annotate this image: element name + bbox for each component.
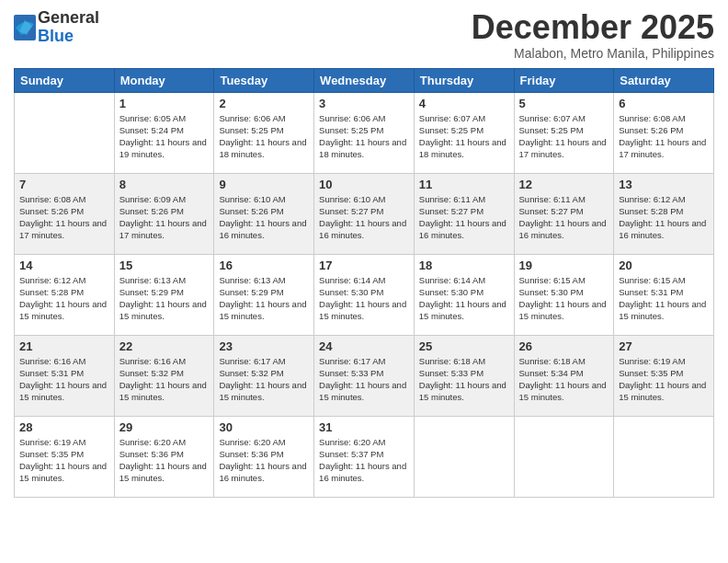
header-wednesday: Wednesday [314,68,415,92]
day-number: 26 [519,339,609,353]
sunrise: Sunrise: 6:15 AM [619,275,685,285]
logo: General Blue [14,9,99,46]
table-row: 16 Sunrise: 6:13 AM Sunset: 5:29 PM Dayl… [214,254,314,335]
day-number: 13 [619,178,709,191]
daylight: Daylight: 11 hours and 15 minutes. [119,380,207,402]
sunrise: Sunrise: 6:09 AM [119,194,186,204]
sunrise: Sunrise: 6:18 AM [519,356,586,366]
sunrise: Sunrise: 6:12 AM [619,194,685,204]
table-row: 9 Sunrise: 6:10 AM Sunset: 5:26 PM Dayli… [214,173,314,254]
day-number: 3 [319,97,409,110]
sunset: Sunset: 5:27 PM [319,206,383,216]
sunset: Sunset: 5:31 PM [619,287,683,297]
table-row: 12 Sunrise: 6:11 AM Sunset: 5:27 PM Dayl… [514,173,614,254]
table-row: 29 Sunrise: 6:20 AM Sunset: 5:36 PM Dayl… [114,416,214,497]
daylight: Daylight: 11 hours and 15 minutes. [619,380,706,402]
sunrise: Sunrise: 6:14 AM [419,275,485,285]
daylight: Daylight: 11 hours and 15 minutes. [419,380,506,402]
table-row: 22 Sunrise: 6:16 AM Sunset: 5:32 PM Dayl… [114,335,214,416]
daylight: Daylight: 11 hours and 15 minutes. [519,380,607,402]
sunrise: Sunrise: 6:06 AM [319,113,385,123]
logo-text: General Blue [38,9,99,46]
calendar-row: 14 Sunrise: 6:12 AM Sunset: 5:28 PM Dayl… [15,254,714,335]
sun-info: Sunrise: 6:12 AM Sunset: 5:28 PM Dayligh… [19,274,109,323]
daylight: Daylight: 11 hours and 18 minutes. [319,137,406,159]
table-row: 27 Sunrise: 6:19 AM Sunset: 5:35 PM Dayl… [614,335,714,416]
sunrise: Sunrise: 6:10 AM [319,194,385,204]
sunrise: Sunrise: 6:11 AM [419,194,485,204]
table-row: 4 Sunrise: 6:07 AM Sunset: 5:25 PM Dayli… [414,92,514,173]
table-row: 17 Sunrise: 6:14 AM Sunset: 5:30 PM Dayl… [314,254,415,335]
header-thursday: Thursday [414,68,514,92]
day-number: 21 [19,339,109,353]
day-number: 12 [519,178,609,191]
daylight: Daylight: 11 hours and 15 minutes. [519,299,607,321]
table-row: 2 Sunrise: 6:06 AM Sunset: 5:25 PM Dayli… [214,92,314,173]
sun-info: Sunrise: 6:17 AM Sunset: 5:32 PM Dayligh… [219,355,309,404]
sun-info: Sunrise: 6:06 AM Sunset: 5:25 PM Dayligh… [319,112,409,161]
sun-info: Sunrise: 6:20 AM Sunset: 5:37 PM Dayligh… [319,436,409,485]
calendar-row: 1 Sunrise: 6:05 AM Sunset: 5:24 PM Dayli… [15,92,714,173]
sun-info: Sunrise: 6:13 AM Sunset: 5:29 PM Dayligh… [119,274,210,323]
table-row: 31 Sunrise: 6:20 AM Sunset: 5:37 PM Dayl… [314,416,415,497]
sun-info: Sunrise: 6:09 AM Sunset: 5:26 PM Dayligh… [119,193,210,242]
sun-info: Sunrise: 6:14 AM Sunset: 5:30 PM Dayligh… [419,274,509,323]
sun-info: Sunrise: 6:16 AM Sunset: 5:32 PM Dayligh… [119,355,210,404]
sunset: Sunset: 5:26 PM [19,206,84,216]
sunrise: Sunrise: 6:12 AM [19,275,85,285]
daylight: Daylight: 11 hours and 16 minutes. [219,461,306,483]
calendar-row: 28 Sunrise: 6:19 AM Sunset: 5:35 PM Dayl… [15,416,714,497]
daylight: Daylight: 11 hours and 16 minutes. [219,218,306,240]
logo-general: General [38,9,99,28]
daylight: Daylight: 11 hours and 16 minutes. [319,461,406,483]
day-number: 1 [119,97,210,110]
sunrise: Sunrise: 6:13 AM [219,275,285,285]
sunrise: Sunrise: 6:18 AM [419,356,485,366]
sunset: Sunset: 5:31 PM [19,368,84,378]
table-row: 5 Sunrise: 6:07 AM Sunset: 5:25 PM Dayli… [514,92,614,173]
sun-info: Sunrise: 6:08 AM Sunset: 5:26 PM Dayligh… [19,193,109,242]
daylight: Daylight: 11 hours and 15 minutes. [119,461,207,483]
sunrise: Sunrise: 6:15 AM [519,275,586,285]
sunrise: Sunrise: 6:08 AM [19,194,85,204]
sunset: Sunset: 5:30 PM [519,287,584,297]
day-number: 16 [219,259,309,272]
daylight: Daylight: 11 hours and 16 minutes. [319,218,406,240]
table-row: 15 Sunrise: 6:13 AM Sunset: 5:29 PM Dayl… [114,254,214,335]
calendar-table: Sunday Monday Tuesday Wednesday Thursday… [14,68,714,498]
day-number: 7 [19,178,109,191]
daylight: Daylight: 11 hours and 16 minutes. [619,218,706,240]
day-number: 10 [319,178,409,191]
daylight: Daylight: 11 hours and 17 minutes. [19,218,107,240]
day-number: 8 [119,178,210,191]
sunset: Sunset: 5:27 PM [419,206,483,216]
sun-info: Sunrise: 6:12 AM Sunset: 5:28 PM Dayligh… [619,193,709,242]
sun-info: Sunrise: 6:07 AM Sunset: 5:25 PM Dayligh… [419,112,509,161]
sun-info: Sunrise: 6:08 AM Sunset: 5:26 PM Dayligh… [619,112,709,161]
table-row: 21 Sunrise: 6:16 AM Sunset: 5:31 PM Dayl… [15,335,115,416]
day-number: 23 [219,339,309,353]
sunset: Sunset: 5:32 PM [219,368,283,378]
daylight: Daylight: 11 hours and 15 minutes. [619,299,706,321]
table-row [614,416,714,497]
daylight: Daylight: 11 hours and 16 minutes. [419,218,506,240]
sunset: Sunset: 5:32 PM [119,368,184,378]
sunset: Sunset: 5:36 PM [219,449,283,459]
day-number: 2 [219,97,309,110]
table-row: 24 Sunrise: 6:17 AM Sunset: 5:33 PM Dayl… [314,335,415,416]
day-number: 19 [519,259,609,272]
table-row: 6 Sunrise: 6:08 AM Sunset: 5:26 PM Dayli… [614,92,714,173]
day-number: 28 [19,420,109,434]
sunset: Sunset: 5:28 PM [619,206,683,216]
sunset: Sunset: 5:33 PM [319,368,383,378]
header-friday: Friday [514,68,614,92]
day-number: 5 [519,97,609,110]
sunset: Sunset: 5:27 PM [519,206,584,216]
sunrise: Sunrise: 6:17 AM [319,356,385,366]
table-row [414,416,514,497]
sunset: Sunset: 5:35 PM [19,449,84,459]
sunset: Sunset: 5:24 PM [119,125,184,135]
sun-info: Sunrise: 6:15 AM Sunset: 5:30 PM Dayligh… [519,274,609,323]
sun-info: Sunrise: 6:11 AM Sunset: 5:27 PM Dayligh… [419,193,509,242]
day-number: 17 [319,259,409,272]
